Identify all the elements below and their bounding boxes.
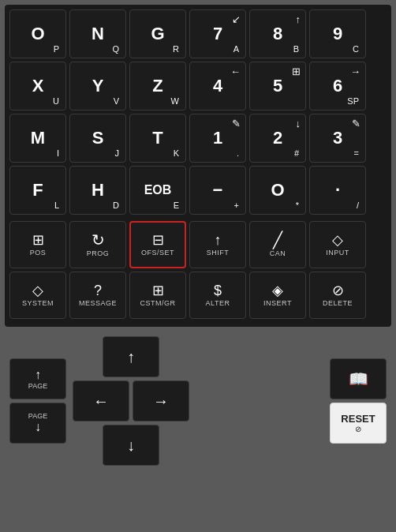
key-arrow-right[interactable]: → bbox=[133, 380, 189, 421]
key-S[interactable]: S J bbox=[69, 114, 126, 163]
key-row-1: O P N Q G R ↙ 7 A ↑ 8 B 9 C bbox=[9, 9, 387, 58]
arrow-lr-row: ← → bbox=[73, 380, 189, 421]
key-6[interactable]: → 6 SP bbox=[309, 62, 366, 111]
key-row-4: F L H D EOB E − + O * · / bbox=[9, 166, 387, 215]
alter-icon: $ bbox=[214, 283, 222, 298]
key-1[interactable]: ✎ 1 . bbox=[189, 114, 246, 163]
page-keys: ↑ PAGE PAGE ↓ bbox=[9, 358, 66, 444]
key-H[interactable]: H D bbox=[69, 166, 126, 215]
key-reset[interactable]: RESET ⊘ bbox=[330, 403, 387, 444]
arrow-up-row: ↑ bbox=[103, 336, 159, 377]
key-T[interactable]: T K bbox=[129, 114, 186, 163]
key-O2[interactable]: O * bbox=[249, 166, 306, 215]
key-8[interactable]: ↑ 8 B bbox=[249, 9, 306, 58]
key-SYSTEM[interactable]: ◇ SYSTEM bbox=[9, 272, 66, 319]
key-MESSAGE[interactable]: ? MESSAGE bbox=[69, 272, 126, 319]
key-G[interactable]: G R bbox=[129, 9, 186, 58]
keyboard-main: O P N Q G R ↙ 7 A ↑ 8 B 9 C X U bbox=[5, 5, 391, 327]
key-EOB[interactable]: EOB E bbox=[129, 166, 186, 215]
key-F[interactable]: F L bbox=[9, 166, 66, 215]
func-row-1: ⊞ POS ↻ PROG ⊟ OFS/SET ↑ SHIFT ╱ CAN ◇ I… bbox=[9, 221, 387, 268]
key-help[interactable]: 📖 bbox=[330, 358, 387, 399]
key-2[interactable]: ↓ 2 # bbox=[249, 114, 306, 163]
key-X[interactable]: X U bbox=[9, 62, 66, 111]
arrow-down-row: ↓ bbox=[103, 425, 159, 466]
key-row-2: X U Y V Z W ← 4 ⊞ 5 → 6 SP bbox=[9, 62, 387, 111]
cstm-icon: ⊞ bbox=[152, 283, 164, 298]
arrow-cluster: ↑ ← → ↓ bbox=[73, 336, 189, 466]
can-icon: ╱ bbox=[273, 232, 282, 248]
key-CAN[interactable]: ╱ CAN bbox=[249, 221, 306, 268]
key-M[interactable]: M I bbox=[9, 114, 66, 163]
insert-icon: ◈ bbox=[272, 283, 283, 298]
key-DELETE[interactable]: ⊘ DELETE bbox=[309, 272, 366, 319]
key-arrow-up[interactable]: ↑ bbox=[103, 336, 159, 377]
key-INSERT[interactable]: ◈ INSERT bbox=[249, 272, 306, 319]
help-icon: 📖 bbox=[349, 369, 368, 388]
shift-icon: ↑ bbox=[215, 233, 222, 247]
key-page-down[interactable]: PAGE ↓ bbox=[9, 403, 66, 444]
key-page-up[interactable]: ↑ PAGE bbox=[9, 358, 66, 399]
key-Z[interactable]: Z W bbox=[129, 62, 186, 111]
input-icon: ◇ bbox=[332, 233, 343, 247]
key-row-3: M I S J T K ✎ 1 . ↓ 2 # ✎ 3 = bbox=[9, 114, 387, 163]
key-CSTM-GR[interactable]: ⊞ CSTM/GR bbox=[129, 272, 186, 319]
nav-area: ↑ PAGE PAGE ↓ ↑ ← → ↓ bbox=[5, 332, 391, 470]
key-9[interactable]: 9 C bbox=[309, 9, 366, 58]
key-dot[interactable]: · / bbox=[309, 166, 366, 215]
system-icon: ◇ bbox=[32, 283, 43, 298]
key-INPUT[interactable]: ◇ INPUT bbox=[309, 221, 366, 268]
key-Y[interactable]: Y V bbox=[69, 62, 126, 111]
delete-icon: ⊘ bbox=[332, 283, 344, 298]
key-7[interactable]: ↙ 7 A bbox=[189, 9, 246, 58]
help-reset-keys: 📖 RESET ⊘ bbox=[330, 358, 387, 444]
key-SHIFT[interactable]: ↑ SHIFT bbox=[189, 221, 246, 268]
key-POS[interactable]: ⊞ POS bbox=[9, 221, 66, 268]
key-arrow-down[interactable]: ↓ bbox=[103, 425, 159, 466]
key-PROG[interactable]: ↻ PROG bbox=[69, 221, 126, 268]
key-N[interactable]: N Q bbox=[69, 9, 126, 58]
key-ALTER[interactable]: $ ALTER bbox=[189, 272, 246, 319]
prog-icon: ↻ bbox=[92, 232, 105, 248]
pos-icon: ⊞ bbox=[32, 233, 44, 247]
key-3[interactable]: ✎ 3 = bbox=[309, 114, 366, 163]
message-icon: ? bbox=[94, 283, 102, 298]
key-arrow-left[interactable]: ← bbox=[73, 380, 129, 421]
key-minus[interactable]: − + bbox=[189, 166, 246, 215]
key-4[interactable]: ← 4 bbox=[189, 62, 246, 111]
ofs-icon: ⊟ bbox=[152, 233, 164, 247]
key-OFS-SET[interactable]: ⊟ OFS/SET bbox=[129, 221, 186, 268]
key-5[interactable]: ⊞ 5 bbox=[249, 62, 306, 111]
key-O[interactable]: O P bbox=[9, 9, 66, 58]
func-row-2: ◇ SYSTEM ? MESSAGE ⊞ CSTM/GR $ ALTER ◈ I… bbox=[9, 272, 387, 319]
